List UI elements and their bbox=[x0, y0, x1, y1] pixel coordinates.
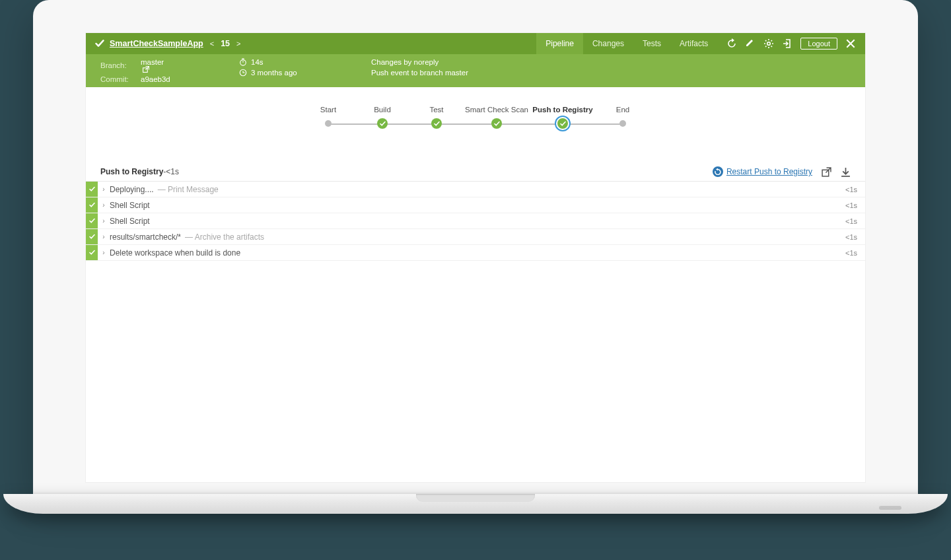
stage-steps-list: ›Deploying....— Print Message<1s›Shell S… bbox=[86, 181, 865, 261]
age-value: 3 months ago bbox=[251, 69, 297, 77]
stage-label: Start bbox=[320, 106, 336, 114]
stage-duration: <1s bbox=[166, 167, 179, 176]
step-desc: — Archive the artifacts bbox=[185, 232, 264, 242]
step-row[interactable]: ›Shell Script<1s bbox=[86, 197, 865, 213]
run-info-bar: Branch: master Commit: a9aeb3d 14s bbox=[86, 54, 865, 87]
chevron-right-icon: › bbox=[98, 249, 110, 256]
pipeline-title-link[interactable]: SmartCheckSampleApp bbox=[110, 39, 203, 48]
popout-icon[interactable] bbox=[822, 167, 831, 177]
external-link-icon bbox=[141, 66, 164, 73]
header-left: SmartCheckSampleApp < 15 > bbox=[86, 33, 536, 54]
step-duration: <1s bbox=[845, 249, 865, 257]
step-row[interactable]: ›Deploying....— Print Message<1s bbox=[86, 182, 865, 197]
stage-label: Smart Check Scan bbox=[465, 106, 528, 114]
laptop-notch bbox=[416, 494, 535, 502]
run-number: 15 bbox=[221, 39, 230, 48]
pipeline-stage[interactable]: Build bbox=[355, 106, 409, 129]
stage-label: Push to Registry bbox=[532, 106, 592, 114]
step-status-icon bbox=[86, 182, 98, 197]
step-duration: <1s bbox=[845, 201, 865, 209]
chevron-right-icon: › bbox=[98, 217, 110, 225]
tab-pipeline[interactable]: Pipeline bbox=[536, 33, 583, 54]
header-tabs: PipelineChangesTestsArtifacts bbox=[536, 33, 717, 54]
step-name: Deploying.... bbox=[110, 185, 154, 194]
restart-icon bbox=[713, 166, 723, 177]
commit-label: Commit: bbox=[100, 75, 137, 83]
laptop-frame: SmartCheckSampleApp < 15 > PipelineChang… bbox=[33, 0, 918, 514]
stage-node-pass[interactable] bbox=[557, 118, 568, 129]
step-desc: — Print Message bbox=[158, 185, 219, 194]
step-name: Delete workspace when build is done bbox=[110, 248, 240, 258]
branch-label: Branch: bbox=[100, 61, 137, 69]
logout-button[interactable]: Logout bbox=[800, 38, 837, 50]
branch-link[interactable]: master bbox=[141, 58, 164, 73]
step-row[interactable]: ›results/smartcheck/*— Archive the artif… bbox=[86, 229, 865, 245]
stage-label: End bbox=[616, 106, 629, 114]
pipeline-stage[interactable]: Push to Registry bbox=[530, 106, 596, 129]
step-name: Shell Script bbox=[110, 217, 150, 226]
header-bar: SmartCheckSampleApp < 15 > PipelineChang… bbox=[86, 33, 865, 54]
edit-icon[interactable] bbox=[745, 38, 756, 49]
changes-text: Changes by noreply bbox=[371, 58, 439, 66]
next-run-button[interactable]: > bbox=[235, 40, 242, 48]
step-status-icon bbox=[86, 229, 98, 244]
commit-link[interactable]: a9aeb3d bbox=[141, 75, 170, 83]
settings-icon[interactable] bbox=[763, 38, 774, 49]
status-check-icon bbox=[95, 39, 104, 48]
duration-value: 14s bbox=[251, 58, 264, 66]
header-actions: Logout bbox=[717, 33, 865, 54]
clock-icon bbox=[239, 69, 247, 77]
step-duration: <1s bbox=[845, 186, 865, 193]
stage-label: Test bbox=[429, 106, 443, 114]
pipeline-graph: StartBuildTestSmart Check ScanPush to Re… bbox=[301, 106, 650, 129]
step-status-icon bbox=[86, 245, 98, 260]
laptop-base bbox=[3, 494, 948, 514]
prev-run-button[interactable]: < bbox=[209, 40, 215, 48]
pipeline-stage[interactable]: Smart Check Scan bbox=[464, 106, 530, 129]
close-icon[interactable] bbox=[845, 38, 856, 49]
stage-steps-header: Push to Registry - <1s Restart Push to R… bbox=[86, 166, 865, 181]
pipeline-graph-area: StartBuildTestSmart Check ScanPush to Re… bbox=[86, 87, 865, 166]
laptop-foot bbox=[879, 506, 901, 510]
step-status-icon bbox=[86, 213, 98, 228]
rerun-icon[interactable] bbox=[726, 38, 737, 49]
step-row[interactable]: ›Shell Script<1s bbox=[86, 213, 865, 229]
pipeline-stage: End bbox=[596, 106, 650, 129]
chevron-right-icon: › bbox=[98, 186, 110, 193]
stage-node-dot bbox=[325, 120, 332, 127]
step-status-icon bbox=[86, 197, 98, 213]
stage-label: Build bbox=[374, 106, 391, 114]
step-name: Shell Script bbox=[110, 201, 150, 210]
stopwatch-icon bbox=[239, 58, 247, 66]
step-row[interactable]: ›Delete workspace when build is done<1s bbox=[86, 245, 865, 261]
stage-node-pass[interactable] bbox=[491, 118, 502, 129]
event-text: Push event to branch master bbox=[371, 69, 468, 77]
tab-tests[interactable]: Tests bbox=[633, 33, 670, 54]
step-duration: <1s bbox=[845, 217, 865, 225]
pipeline-stage[interactable]: Test bbox=[409, 106, 464, 129]
app-screen: SmartCheckSampleApp < 15 > PipelineChang… bbox=[86, 33, 865, 482]
stage-node-pass[interactable] bbox=[431, 118, 442, 129]
tab-changes[interactable]: Changes bbox=[583, 33, 633, 54]
chevron-right-icon: › bbox=[98, 233, 110, 240]
tab-artifacts[interactable]: Artifacts bbox=[670, 33, 717, 54]
stage-node-dot bbox=[619, 120, 626, 127]
stage-node-pass[interactable] bbox=[377, 118, 388, 129]
go-classic-icon[interactable] bbox=[782, 38, 792, 49]
stage-title: Push to Registry bbox=[100, 167, 163, 176]
step-name: results/smartcheck/* bbox=[110, 232, 181, 242]
pipeline-stage: Start bbox=[301, 106, 355, 129]
laptop-lid: SmartCheckSampleApp < 15 > PipelineChang… bbox=[33, 0, 918, 494]
step-duration: <1s bbox=[845, 233, 865, 241]
chevron-right-icon: › bbox=[98, 201, 110, 209]
restart-stage-link[interactable]: Restart Push to Registry bbox=[713, 166, 812, 177]
download-icon[interactable] bbox=[841, 167, 851, 177]
